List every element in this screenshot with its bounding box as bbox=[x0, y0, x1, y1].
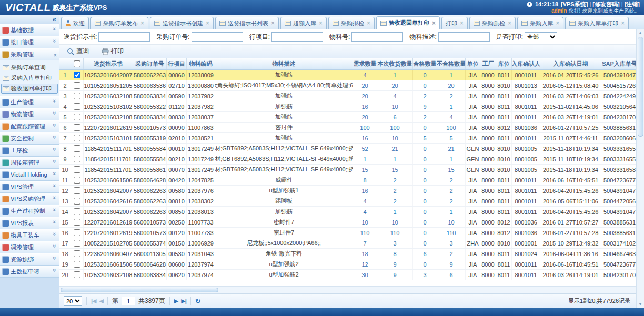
table-row[interactable]: 310253201603210858000638340059012037982加… bbox=[59, 91, 644, 101]
column-header-库位[interactable]: 库位 bbox=[496, 58, 512, 69]
sidebar-collapse-icon[interactable]: « bbox=[53, 15, 56, 23]
vertical-scrollbar-thumb[interactable] bbox=[638, 37, 643, 137]
tab-超额入库[interactable]: 超额入库× bbox=[280, 17, 327, 29]
sidebar-group-采购管理[interactable]: 采购管理» bbox=[0, 48, 59, 60]
table-row[interactable]: 612207201601261956000105730009011007863密… bbox=[59, 123, 644, 133]
scroll-up-icon[interactable]: ▲ bbox=[638, 29, 642, 37]
refresh-button[interactable]: ↻ bbox=[195, 297, 201, 305]
sidebar-group-VPS报表[interactable]: VPS报表» bbox=[0, 217, 59, 229]
prev-page-button[interactable]: ◀ bbox=[99, 298, 103, 304]
column-header-合格数量[interactable]: 合格数量 bbox=[413, 58, 437, 69]
row-checkbox[interactable] bbox=[74, 135, 80, 141]
tab-欢迎[interactable]: 欢迎 bbox=[61, 17, 89, 29]
close-icon[interactable]: × bbox=[460, 21, 464, 26]
table-row[interactable]: 1310253201604261658000622630081012038302… bbox=[59, 196, 644, 207]
page-size-select[interactable]: 20 bbox=[64, 296, 82, 306]
column-header-入库确认人[interactable]: 入库确认人 bbox=[512, 58, 540, 69]
row-checkbox[interactable] bbox=[74, 103, 80, 110]
sidebar-group-资源预绑[interactable]: 资源预绑» bbox=[0, 253, 59, 266]
close-icon[interactable]: × bbox=[367, 21, 370, 26]
tab-采购订单发布[interactable]: 采购订单发布× bbox=[90, 17, 148, 29]
sidebar-group-VPS管理[interactable]: VPS管理» bbox=[0, 181, 59, 193]
tab-打印[interactable]: 打印× bbox=[441, 17, 468, 29]
row-checkbox[interactable] bbox=[74, 145, 80, 152]
table-row[interactable]: 1812236201606040756000113050053012031043… bbox=[59, 249, 644, 259]
tab-采购报检[interactable]: 采购报检× bbox=[328, 17, 375, 29]
sidebar-group-配置跟踪管理[interactable]: 配置跟踪管理» bbox=[0, 120, 59, 132]
page-number-input[interactable] bbox=[122, 297, 135, 305]
row-checkbox[interactable] bbox=[74, 261, 80, 268]
column-header-行项目[interactable]: 行项目 bbox=[167, 58, 187, 69]
close-icon[interactable]: × bbox=[432, 21, 436, 26]
sidebar-item-采购入库单打印[interactable]: 采购入库单打印 bbox=[1, 73, 58, 83]
header-link[interactable]: [VPS系统] bbox=[561, 1, 588, 7]
filter-input-material-desc[interactable] bbox=[438, 32, 490, 42]
sidebar-group-模具工装车[interactable]: 模具工装车» bbox=[0, 229, 59, 241]
row-checkbox[interactable] bbox=[74, 208, 80, 215]
table-row[interactable]: 1710052201510270558000553740015013006929… bbox=[59, 238, 644, 249]
row-checkbox[interactable] bbox=[74, 250, 80, 257]
table-row[interactable]: 1512207201601261956000105730025011007733… bbox=[59, 217, 644, 228]
tab-送货指示书列表[interactable]: 送货指示书列表× bbox=[215, 17, 279, 29]
print-button[interactable]: 打印 bbox=[98, 45, 127, 57]
sidebar-item-验收退回单打印[interactable]: 验收退回单打印 bbox=[1, 84, 58, 94]
row-checkbox[interactable] bbox=[74, 271, 80, 278]
table-row[interactable]: 1011854201511170158000558610007013017249… bbox=[59, 165, 644, 175]
sidebar-group-主数据申请[interactable]: 主数据申请» bbox=[0, 266, 59, 278]
row-checkbox[interactable] bbox=[74, 166, 80, 173]
table-row[interactable]: 2010253201603210858000638340062012037974… bbox=[59, 270, 644, 280]
sidebar-group-周转箱管理[interactable]: 周转箱管理» bbox=[0, 157, 59, 169]
close-icon[interactable]: × bbox=[556, 21, 559, 26]
close-icon[interactable]: × bbox=[319, 21, 323, 26]
tab-采购入库[interactable]: 采购入库× bbox=[517, 17, 564, 29]
horizontal-scrollbar-thumb[interactable] bbox=[61, 288, 218, 292]
column-header-工厂[interactable]: 工厂 bbox=[480, 58, 496, 69]
row-checkbox[interactable] bbox=[74, 82, 80, 89]
table-row[interactable]: 510253201603210858000638340083012038037加… bbox=[59, 112, 644, 123]
filter-select-print-status[interactable]: 全部 bbox=[525, 32, 557, 42]
column-header-本次收货数量[interactable]: 本次收货数量 bbox=[377, 58, 413, 69]
close-icon[interactable]: × bbox=[621, 21, 625, 26]
select-all-checkbox[interactable] bbox=[74, 60, 80, 67]
sidebar-group-工序检[interactable]: 工序检» bbox=[0, 145, 59, 157]
column-header-送货指示书[interactable]: 送货指示书 bbox=[84, 58, 133, 69]
table-row[interactable]: 710253201510310158000553190201012038521加… bbox=[59, 133, 644, 144]
close-icon[interactable]: × bbox=[140, 21, 144, 26]
scroll-down-icon[interactable]: ▼ bbox=[638, 301, 642, 308]
column-header-物料描述[interactable]: 物料描述 bbox=[215, 58, 353, 69]
tab-验收退回单打印[interactable]: 验收退回单打印× bbox=[376, 16, 440, 29]
filter-input-delivery-note[interactable] bbox=[98, 32, 150, 42]
last-page-button[interactable]: ▶| bbox=[181, 298, 186, 304]
column-header-不合格数量[interactable]: 不合格数量 bbox=[437, 58, 466, 69]
sidebar-group-生产过程控制[interactable]: 生产过程控制» bbox=[0, 205, 59, 217]
tab-采购入库单打印[interactable]: 采购入库单打印× bbox=[565, 17, 629, 29]
header-link[interactable]: [修改密码] bbox=[592, 1, 619, 7]
horizontal-scrollbar[interactable] bbox=[59, 286, 644, 293]
row-checkbox[interactable] bbox=[74, 219, 80, 226]
table-row[interactable]: 1210253201604200758000622630058012037976… bbox=[59, 186, 644, 196]
row-checkbox[interactable] bbox=[74, 240, 80, 247]
table-row[interactable]: 1910253201606150658000646280060012037974… bbox=[59, 259, 644, 270]
row-checkbox[interactable] bbox=[74, 72, 80, 78]
next-page-button[interactable]: ▶ bbox=[174, 298, 178, 304]
row-checkbox[interactable] bbox=[74, 124, 80, 131]
sidebar-item-采购订单查询[interactable]: 采购订单查询 bbox=[1, 63, 58, 73]
row-checkbox[interactable] bbox=[74, 177, 80, 184]
table-row[interactable]: 410253201510310258000553220112012037982加… bbox=[59, 101, 644, 112]
row-checkbox[interactable] bbox=[74, 156, 80, 162]
filter-input-purchase-order[interactable] bbox=[192, 32, 243, 42]
first-page-button[interactable]: |◀ bbox=[91, 298, 96, 304]
column-header-采购订单号[interactable]: 采购订单号 bbox=[133, 58, 167, 69]
table-row[interactable]: 1612207201601261956000105730012011007733… bbox=[59, 228, 644, 238]
table-row[interactable]: 1410253201604200758000622630085012038013… bbox=[59, 207, 644, 217]
filter-input-line-item[interactable] bbox=[271, 32, 323, 42]
column-header-需求数量[interactable]: 需求数量 bbox=[353, 58, 377, 69]
sidebar-group-基础数据[interactable]: 基础数据» bbox=[0, 24, 59, 36]
row-checkbox[interactable] bbox=[74, 114, 80, 120]
row-checkbox[interactable] bbox=[74, 229, 80, 236]
sidebar-group-Victall Holding[interactable]: Victall Holding» bbox=[0, 169, 59, 181]
tab-送货指示书创建[interactable]: 送货指示书创建× bbox=[150, 17, 214, 29]
filter-input-material-no[interactable] bbox=[351, 32, 403, 42]
row-checkbox[interactable] bbox=[74, 93, 80, 99]
sidebar-group-接口管理[interactable]: 接口管理» bbox=[0, 36, 59, 48]
